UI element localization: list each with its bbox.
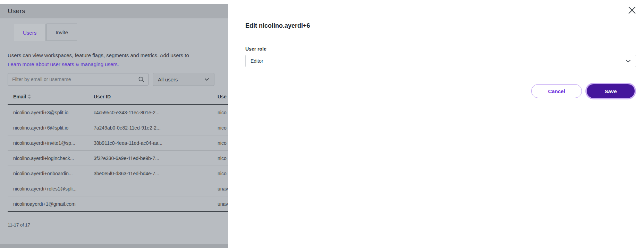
cell-user-id: 38b911c0-4eea-11ed-ac04-aa... xyxy=(88,140,212,146)
user-scope-dropdown[interactable]: All users xyxy=(153,73,214,86)
tab-users[interactable]: Users xyxy=(14,24,45,41)
table-body: nicolino.ayerdi+3@split.io c4c595c0-e343… xyxy=(8,105,228,212)
cell-email: nicolino.ayerdi+logincheck... xyxy=(8,156,88,161)
column-header-email[interactable]: Email xyxy=(8,94,88,99)
cell-email: nicolino.ayerdi+invite1@sp... xyxy=(8,140,88,146)
user-role-label: User role xyxy=(245,46,636,52)
user-role-select[interactable]: Editor xyxy=(245,55,636,67)
cancel-button[interactable]: Cancel xyxy=(531,84,582,98)
cell-user-id: 3be0e5f0-d863-11ed-bd4e-7... xyxy=(88,171,212,176)
cell-user-id: 7a249ab0-0e82-11ed-91e2-2... xyxy=(88,125,212,131)
column-header-username[interactable]: Use xyxy=(212,94,228,99)
page-title: Users xyxy=(8,7,25,15)
cell-email: nicolino.ayerdi+6@split.io xyxy=(8,125,88,131)
cell-username: nico xyxy=(212,125,228,131)
save-button[interactable]: Save xyxy=(587,84,635,98)
table-row[interactable]: nicolino.ayerdi+3@split.io c4c595c0-e343… xyxy=(8,105,228,120)
pagination-label: 11-17 of 17 xyxy=(8,222,228,228)
tabs-bar: Users Invite xyxy=(8,24,228,41)
filter-toolbar: All users xyxy=(8,73,228,86)
users-page-content: Users Invite Users can view workspaces, … xyxy=(0,18,228,248)
close-icon xyxy=(628,6,636,14)
cell-email: nicolino.ayerdi+onboardin... xyxy=(8,171,88,176)
cell-username: nico xyxy=(212,110,228,115)
cell-user-id: 3f32e330-6a9e-11ed-be9b-7... xyxy=(88,156,212,161)
page-header: Users xyxy=(0,4,228,18)
column-header-user-id[interactable]: User ID xyxy=(88,94,212,99)
chevron-down-icon xyxy=(204,78,209,81)
table-row[interactable]: nicolino.ayerdi+6@split.io 7a249ab0-0e82… xyxy=(8,120,228,135)
cell-username: unav xyxy=(212,186,228,192)
learn-more-link[interactable]: Learn more about user seats & managing u… xyxy=(8,60,228,69)
cell-email: nicolino.ayerdi+roles1@spli... xyxy=(8,186,88,192)
cell-user-id: c4c595c0-e343-11ec-801e-2... xyxy=(88,110,212,115)
tab-invite-label: Invite xyxy=(56,29,68,35)
edit-user-modal: Edit nicolino.ayerdi+6 User role Editor … xyxy=(228,0,644,248)
tab-users-label: Users xyxy=(23,30,36,36)
page-bottom-edge xyxy=(0,244,228,248)
table-row[interactable]: nicolino.ayerdi+roles1@spli... unav xyxy=(8,181,228,196)
cell-username: nico xyxy=(212,140,228,146)
user-role-value: Editor xyxy=(251,58,263,64)
table-row[interactable]: nicolino.ayerdi+logincheck... 3f32e330-6… xyxy=(8,150,228,166)
cell-email: nicolino.ayerdi+3@split.io xyxy=(8,110,88,115)
close-button[interactable] xyxy=(627,6,636,15)
modal-title: Edit nicolino.ayerdi+6 xyxy=(245,22,636,29)
table-header-row: Email User ID Use xyxy=(8,89,228,105)
cell-username: unav xyxy=(212,201,228,207)
user-scope-value: All users xyxy=(158,77,178,82)
page-description: Users can view workspaces, feature flags… xyxy=(8,51,228,69)
table-row[interactable]: nicolinoayerdi+1@gmail.com unav xyxy=(8,196,228,211)
table-row[interactable]: nicolino.ayerdi+invite1@sp... 38b911c0-4… xyxy=(8,135,228,150)
chevron-down-icon xyxy=(626,60,631,63)
users-table: Email User ID Use nicolino.ayerdi+3@spli… xyxy=(8,89,228,212)
filter-input[interactable] xyxy=(11,76,138,82)
description-text: Users can view workspaces, feature flags… xyxy=(8,52,189,58)
tab-invite[interactable]: Invite xyxy=(46,24,77,41)
search-icon xyxy=(138,76,145,83)
users-page-background: Users Users Invite Users can view worksp… xyxy=(0,0,228,248)
cell-email: nicolinoayerdi+1@gmail.com xyxy=(8,201,88,207)
modal-button-row: Cancel Save xyxy=(245,84,636,98)
table-row[interactable]: nicolino.ayerdi+onboardin... 3be0e5f0-d8… xyxy=(8,166,228,181)
modal-divider xyxy=(245,38,636,38)
cell-username: nico xyxy=(212,156,228,161)
cell-username: nico xyxy=(212,171,228,176)
sort-icon xyxy=(28,94,31,99)
filter-input-wrapper xyxy=(8,73,149,86)
